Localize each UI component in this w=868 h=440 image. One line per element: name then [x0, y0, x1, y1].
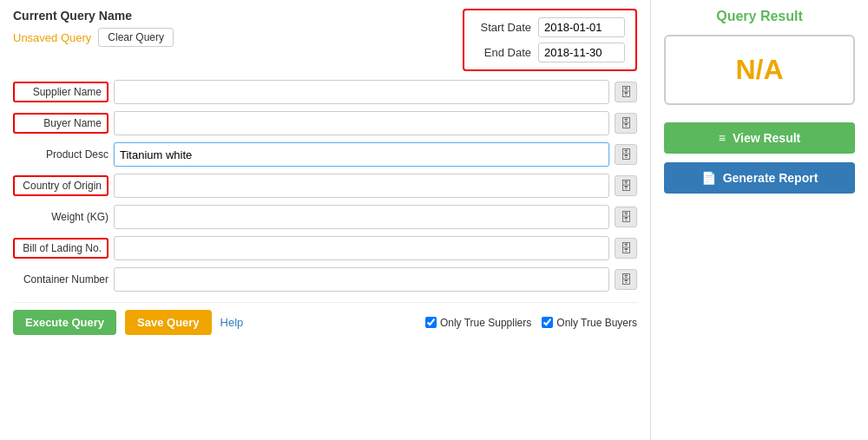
clear-query-button[interactable]: Clear Query — [98, 28, 174, 47]
end-date-input[interactable] — [538, 43, 625, 62]
query-result-title: Query Result — [664, 9, 855, 24]
buyer-name-label: Buyer Name — [13, 113, 108, 134]
container-number-db-icon[interactable]: 🗄 — [615, 269, 637, 290]
weight-label: Weight (KG) — [13, 211, 108, 223]
country-of-origin-row: Country of Origin 🗄 — [13, 174, 637, 198]
right-panel: Query Result N/A ≡ View Result 📄 Generat… — [651, 0, 868, 440]
country-of-origin-input[interactable] — [114, 174, 609, 198]
product-desc-db-icon[interactable]: 🗄 — [615, 144, 637, 165]
list-icon: ≡ — [719, 131, 726, 145]
current-query-section: Current Query Name Unsaved Query Clear Q… — [13, 9, 174, 47]
execute-query-button[interactable]: Execute Query — [13, 310, 116, 335]
container-number-input[interactable] — [114, 267, 609, 292]
checkboxes-area: Only True Suppliers Only True Buyers — [425, 317, 637, 329]
save-query-button[interactable]: Save Query — [125, 310, 212, 335]
view-result-button[interactable]: ≡ View Result — [664, 122, 855, 154]
generate-report-label: Generate Report — [723, 171, 819, 185]
only-true-buyers-label: Only True Buyers — [556, 317, 637, 329]
bill-of-lading-row: Bill of Lading No. 🗄 — [13, 236, 637, 260]
only-true-buyers-checkbox-item[interactable]: Only True Buyers — [542, 317, 637, 329]
unsaved-query-text: Unsaved Query — [13, 31, 91, 44]
bill-of-lading-db-icon[interactable]: 🗄 — [615, 238, 637, 259]
buyer-name-db-icon[interactable]: 🗄 — [615, 113, 637, 134]
country-of-origin-db-icon[interactable]: 🗄 — [615, 175, 637, 196]
generate-report-button[interactable]: 📄 Generate Report — [664, 162, 855, 194]
date-section: Start Date End Date — [463, 9, 637, 71]
supplier-name-input[interactable] — [114, 80, 609, 104]
left-panel: Current Query Name Unsaved Query Clear Q… — [0, 0, 651, 440]
supplier-name-db-icon[interactable]: 🗄 — [615, 82, 637, 102]
start-date-label: Start Date — [475, 21, 531, 34]
container-number-label: Container Number — [13, 273, 108, 286]
weight-db-icon[interactable]: 🗄 — [615, 207, 637, 227]
only-true-suppliers-checkbox-item[interactable]: Only True Suppliers — [425, 317, 531, 329]
bill-of-lading-input[interactable] — [114, 236, 609, 260]
product-desc-input[interactable] — [114, 142, 609, 167]
view-result-label: View Result — [733, 131, 800, 145]
supplier-name-label: Supplier Name — [13, 82, 108, 102]
file-icon: 📄 — [701, 171, 716, 185]
buyer-name-row: Buyer Name 🗄 — [13, 111, 637, 135]
start-date-input[interactable] — [538, 17, 625, 37]
only-true-suppliers-label: Only True Suppliers — [440, 317, 531, 329]
start-date-row: Start Date — [475, 17, 625, 37]
end-date-row: End Date — [475, 43, 625, 62]
unsaved-row: Unsaved Query Clear Query — [13, 28, 174, 47]
weight-row: Weight (KG) 🗄 — [13, 205, 637, 229]
country-of-origin-label: Country of Origin — [13, 175, 108, 196]
bottom-bar: Execute Query Save Query Help Only True … — [13, 302, 637, 335]
weight-input[interactable] — [114, 205, 609, 229]
header-row: Current Query Name Unsaved Query Clear Q… — [13, 9, 637, 71]
result-value: N/A — [735, 54, 783, 86]
form-section: Supplier Name 🗄 Buyer Name 🗄 Product Des… — [13, 80, 637, 292]
only-true-buyers-checkbox[interactable] — [542, 317, 553, 328]
current-query-label: Current Query Name — [13, 9, 174, 23]
container-number-row: Container Number 🗄 — [13, 267, 637, 292]
only-true-suppliers-checkbox[interactable] — [425, 317, 437, 328]
product-desc-label: Product Desc — [13, 148, 108, 161]
bill-of-lading-label: Bill of Lading No. — [13, 238, 108, 259]
supplier-name-row: Supplier Name 🗄 — [13, 80, 637, 104]
help-link[interactable]: Help — [220, 316, 244, 329]
end-date-label: End Date — [475, 46, 531, 59]
result-box: N/A — [664, 35, 855, 105]
product-desc-row: Product Desc 🗄 — [13, 142, 637, 167]
buyer-name-input[interactable] — [114, 111, 609, 135]
